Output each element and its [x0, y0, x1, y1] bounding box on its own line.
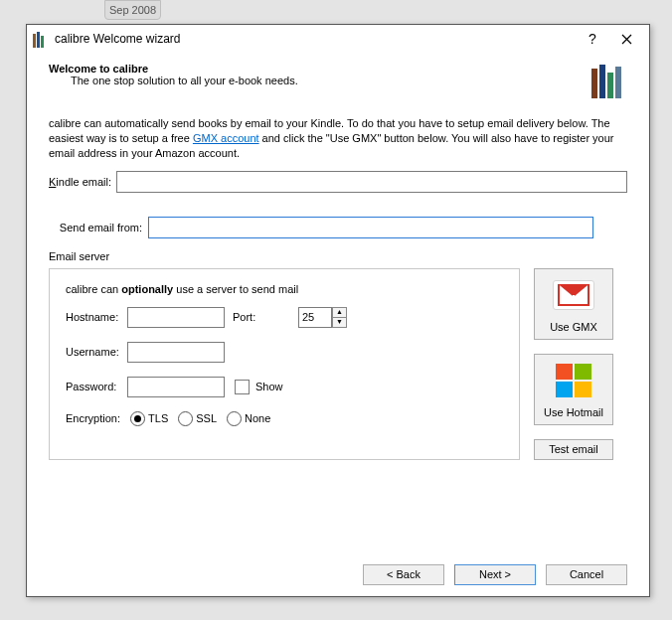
spinner-down-icon[interactable]: ▼ [332, 317, 347, 328]
encryption-none-label: None [245, 412, 270, 424]
wizard-dialog: calibre Welcome wizard ? Welcome to cali… [26, 24, 650, 597]
email-server-panel: calibre can optionally use a server to s… [49, 268, 520, 460]
encryption-ssl-label: SSL [196, 412, 217, 424]
dialog-content: Welcome to calibre The one stop solution… [27, 53, 649, 552]
header-title: Welcome to calibre [49, 63, 298, 75]
encryption-tls-radio[interactable] [130, 411, 145, 426]
kindle-email-input[interactable] [116, 171, 627, 193]
port-label: Port: [233, 311, 294, 323]
calibre-icon [33, 30, 51, 48]
show-password-checkbox[interactable] [235, 380, 250, 394]
dialog-footer: < Back Next > Cancel [27, 552, 649, 596]
password-label: Password: [66, 381, 127, 392]
spinner-up-icon[interactable]: ▲ [332, 307, 347, 317]
password-input[interactable] [127, 377, 225, 397]
cancel-button[interactable]: Cancel [546, 564, 627, 585]
send-from-label: Send email from: [49, 222, 148, 233]
use-gmx-label: Use GMX [550, 321, 597, 333]
port-input[interactable] [298, 307, 332, 328]
test-email-button[interactable]: Test email [534, 439, 613, 460]
encryption-label: Encryption: [66, 412, 120, 424]
window-title: calibre Welcome wizard [55, 32, 181, 46]
use-hotmail-button[interactable]: Use Hotmail [534, 354, 613, 425]
close-button[interactable] [609, 27, 643, 51]
header-subtitle: The one stop solution to all your e-book… [71, 75, 298, 86]
hostname-input[interactable] [127, 307, 225, 328]
mail-icon [553, 280, 594, 310]
port-spinner[interactable]: ▲▼ [332, 307, 347, 328]
kindle-email-label: Kindle email: [49, 176, 116, 188]
show-password-label: Show [255, 381, 317, 392]
hostname-label: Hostname: [66, 311, 127, 323]
background-tab: Sep 2008 [104, 0, 161, 20]
encryption-none-radio[interactable] [227, 411, 242, 426]
gmx-account-link[interactable]: GMX account [193, 132, 259, 144]
username-label: Username: [66, 346, 127, 358]
books-icon [586, 59, 627, 98]
close-icon [621, 34, 632, 45]
use-hotmail-label: Use Hotmail [544, 406, 603, 418]
username-input[interactable] [127, 342, 225, 363]
help-button[interactable]: ? [576, 27, 609, 51]
titlebar: calibre Welcome wizard ? [27, 25, 649, 53]
encryption-tls-label: TLS [148, 412, 168, 424]
intro-text: calibre can automatically send books by … [49, 116, 627, 161]
encryption-ssl-radio[interactable] [178, 411, 193, 426]
use-gmx-button[interactable]: Use GMX [534, 268, 613, 340]
email-server-label: Email server [49, 250, 627, 262]
windows-icon [556, 364, 591, 397]
next-button[interactable]: Next > [454, 564, 536, 585]
panel-description: calibre can optionally use a server to s… [66, 283, 503, 295]
send-from-input[interactable] [148, 217, 593, 238]
back-button[interactable]: < Back [363, 564, 444, 585]
